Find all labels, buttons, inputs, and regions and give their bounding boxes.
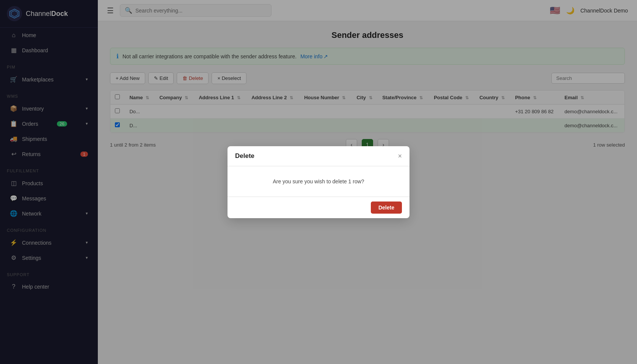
modal-header: Delete ×	[228, 146, 410, 166]
modal-title: Delete	[235, 152, 254, 160]
modal-footer: Delete	[228, 197, 410, 218]
modal-close-button[interactable]: ×	[398, 153, 402, 159]
delete-modal: Delete × Are you sure you wish to delete…	[228, 146, 410, 218]
modal-body: Are you sure you wish to delete 1 row?	[228, 166, 410, 197]
modal-delete-button[interactable]: Delete	[371, 202, 402, 214]
modal-overlay[interactable]: Delete × Are you sure you wish to delete…	[0, 0, 637, 364]
modal-message: Are you sure you wish to delete 1 row?	[235, 178, 402, 184]
